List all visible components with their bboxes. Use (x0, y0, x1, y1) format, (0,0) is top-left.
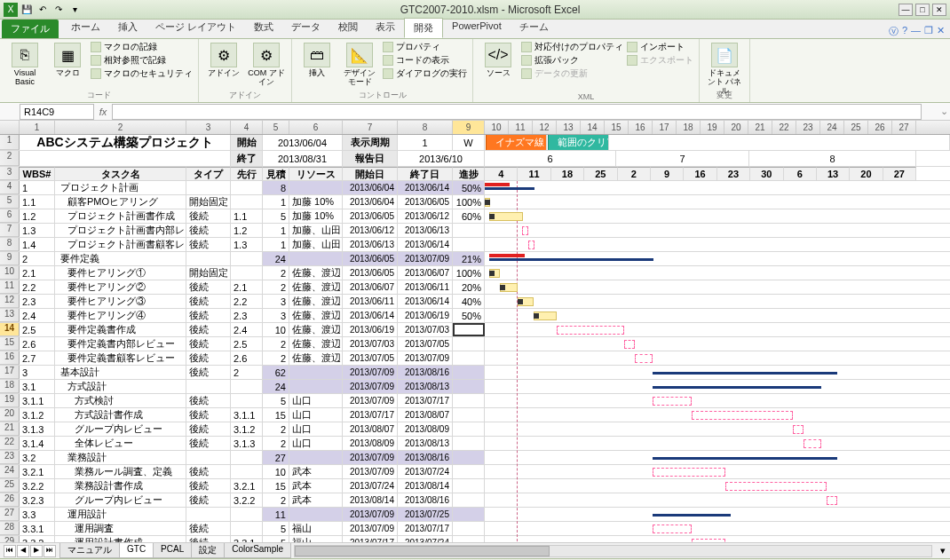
row-9[interactable]: 9 (0, 252, 20, 265)
col-14[interactable]: 14 (581, 121, 605, 134)
col-24[interactable]: 24 (820, 121, 844, 134)
table-row[interactable]: 10 2.1 要件ヒアリング① 開始固定 2 佐藤、渡辺 2013/06/05 … (0, 266, 950, 280)
end-value[interactable]: 2013/08/31 (263, 151, 343, 166)
xml-export-button[interactable]: エクスポート (627, 54, 693, 67)
row-24[interactable]: 24 (0, 465, 20, 478)
col-10[interactable]: 10 (485, 121, 509, 134)
table-row[interactable]: 17 3 基本設計 後続 2 62 2013/07/09 2013/08/16 (0, 366, 950, 380)
minimize-icon[interactable]: — (899, 4, 913, 16)
table-row[interactable]: 14 2.5 要件定義書作成 後続 2.4 10 佐藤、渡辺 2013/06/1… (0, 323, 950, 337)
row-27[interactable]: 27 (0, 508, 20, 521)
row-2[interactable]: 2 (0, 151, 20, 166)
xml-refresh-button[interactable]: データの更新 (521, 67, 623, 80)
redo-icon[interactable]: ↷ (51, 3, 66, 17)
row-26[interactable]: 26 (0, 493, 20, 507)
sheet-tab-GTC[interactable]: GTC (119, 543, 154, 558)
row-7[interactable]: 7 (0, 224, 20, 237)
clear-range-button[interactable]: 範囲のクリア (548, 135, 609, 150)
col-25[interactable]: 25 (844, 121, 868, 134)
row-8[interactable]: 8 (0, 238, 20, 251)
sheet-nav-button[interactable]: ▶ (30, 545, 43, 557)
table-row[interactable]: 12 2.3 要件ヒアリング③ 後続 2.2 3 佐藤、渡辺 2013/06/1… (0, 295, 950, 309)
row-14[interactable]: 14 (0, 323, 20, 336)
doc-close-icon[interactable]: ✕ (937, 25, 945, 38)
row-16[interactable]: 16 (0, 351, 20, 365)
col-21[interactable]: 21 (748, 121, 772, 134)
col-9[interactable]: 9 (453, 121, 485, 134)
sheet-tab-PCAL[interactable]: PCAL (153, 543, 192, 558)
row-20[interactable]: 20 (0, 408, 20, 422)
col-27[interactable]: 27 (892, 121, 916, 134)
col-18[interactable]: 18 (677, 121, 701, 134)
col-26[interactable]: 26 (868, 121, 892, 134)
horizontal-scrollbar[interactable] (294, 545, 932, 557)
cycle-interval[interactable]: 1 (398, 135, 453, 150)
row-11[interactable]: 11 (0, 280, 20, 294)
col-2[interactable]: 2 (55, 121, 186, 134)
cycle-unit[interactable]: W (453, 135, 485, 150)
sheet-nav-button[interactable]: ◀ (17, 545, 29, 557)
col-17[interactable]: 17 (653, 121, 677, 134)
sheet-tab-マニュアル[interactable]: マニュアル (59, 543, 120, 558)
inazuma-button[interactable]: イナズマ線 (486, 135, 547, 150)
col-7[interactable]: 7 (343, 121, 398, 134)
xml-source-button[interactable]: </>ソース (479, 41, 518, 78)
col-1[interactable]: 1 (20, 121, 55, 134)
xml-map-button[interactable]: 対応付けのプロパティ (521, 41, 623, 53)
sheet-tab-設定[interactable]: 設定 (191, 543, 225, 558)
tab-校閲[interactable]: 校閲 (329, 18, 367, 38)
col-4[interactable]: 4 (231, 121, 263, 134)
col-5[interactable]: 5 (263, 121, 289, 134)
table-row[interactable]: 11 2.2 要件ヒアリング② 後続 2.1 2 佐藤、渡辺 2013/06/0… (0, 280, 950, 295)
row-18[interactable]: 18 (0, 380, 20, 393)
row-6[interactable]: 6 (0, 209, 20, 223)
tab-チーム[interactable]: チーム (511, 18, 558, 38)
vb-button[interactable]: ⎘Visual Basic (5, 41, 44, 87)
table-row[interactable]: 20 3.1.2 方式設計書作成 後続 3.1.1 15 山口 2013/07/… (0, 408, 950, 422)
undo-icon[interactable]: ↶ (36, 3, 50, 17)
table-row[interactable]: 13 2.4 要件ヒアリング④ 後続 2.3 3 佐藤、渡辺 2013/06/1… (0, 309, 950, 323)
tab-file[interactable]: ファイル (2, 20, 59, 38)
row-15[interactable]: 15 (0, 337, 20, 351)
com-addins-button[interactable]: ⚙COM アドイン (247, 41, 286, 87)
report-value[interactable]: 2013/6/10 (398, 151, 485, 166)
select-all[interactable] (0, 121, 20, 134)
formula-bar[interactable] (112, 104, 922, 120)
close-icon[interactable]: ✕ (932, 4, 946, 16)
table-row[interactable]: 8 1.4 プロジェクト計画書顧客レビュー 後続 1.3 1 加藤、山田 201… (0, 238, 950, 252)
save-icon[interactable]: 💾 (20, 3, 34, 17)
tab-ホーム[interactable]: ホーム (62, 18, 109, 38)
col-22[interactable]: 22 (772, 121, 796, 134)
col-15[interactable]: 15 (605, 121, 629, 134)
record-macro-button[interactable]: マクロの記録 (91, 41, 193, 53)
table-row[interactable]: 26 3.2.3 グループ内レビュー 後続 3.2.2 2 武本 2013/08… (0, 493, 950, 508)
xml-ext-button[interactable]: 拡張パック (521, 54, 623, 67)
run-dialog-button[interactable]: ダイアログの実行 (383, 67, 467, 80)
row-3[interactable]: 3 (0, 167, 20, 180)
addins-button[interactable]: ⚙アドイン (204, 41, 243, 78)
table-row[interactable]: 4 1 プロジェクト計画 8 2013/06/04 2013/06/14 50% (0, 181, 950, 195)
sheet-nav-button[interactable]: ⏮ (4, 545, 16, 557)
expand-formula-icon[interactable]: ⌄ (938, 106, 950, 117)
table-row[interactable]: 7 1.3 プロジェクト計画書内部レビュー 後続 1.2 1 加藤、山田 201… (0, 224, 950, 238)
table-row[interactable]: 15 2.6 要件定義書内部レビュー 後続 2.5 2 佐藤、渡辺 2013/0… (0, 337, 950, 351)
design-mode-button[interactable]: 📐デザイン モード (340, 41, 379, 87)
table-row[interactable]: 28 3.3.1 運用調査 後続 5 福山 2013/07/09 2013/07… (0, 522, 950, 536)
start-value[interactable]: 2013/06/04 (263, 135, 343, 150)
xml-import-button[interactable]: インポート (627, 41, 693, 53)
table-row[interactable]: 21 3.1.3 グループ内レビュー 後続 3.1.2 2 山口 2013/08… (0, 422, 950, 437)
row-5[interactable]: 5 (0, 195, 20, 209)
tab-表示[interactable]: 表示 (367, 18, 404, 38)
row-1[interactable]: 1 (0, 135, 20, 150)
tab-挿入[interactable]: 挿入 (109, 18, 146, 38)
vscroll-down-icon[interactable]: ▾ (936, 545, 950, 556)
name-box[interactable] (20, 104, 94, 120)
col-6[interactable]: 6 (289, 121, 343, 134)
qat-more-icon[interactable]: ▾ (67, 3, 82, 17)
sheet-nav-button[interactable]: ⏭ (44, 545, 56, 557)
tab-開発[interactable]: 開発 (404, 18, 443, 38)
minimize-ribbon-icon[interactable]: ⓥ (889, 25, 899, 38)
doc-restore-icon[interactable]: ❐ (924, 25, 933, 38)
col-16[interactable]: 16 (629, 121, 653, 134)
doc-minimize-icon[interactable]: — (911, 25, 921, 38)
